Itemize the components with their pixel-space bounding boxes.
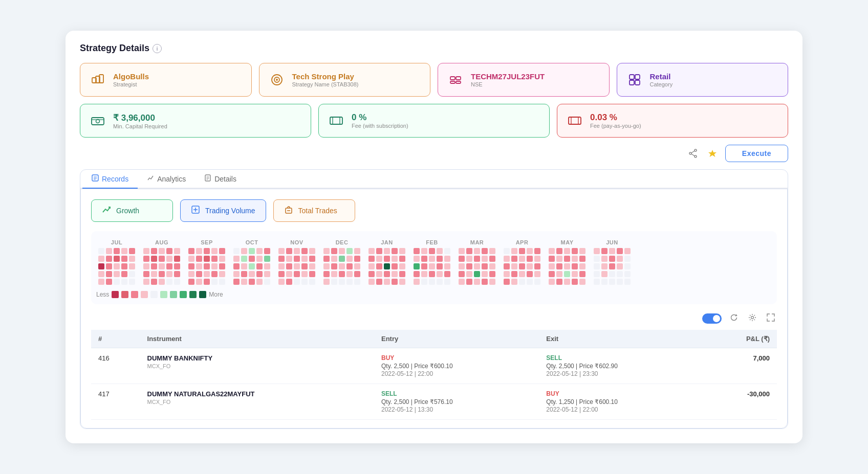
row-instrument-416: DUMMY BANKNIFTY MCX_FO: [140, 348, 374, 384]
filter-total-trades[interactable]: Total Trades: [273, 199, 355, 222]
filter-trading-volume[interactable]: Trading Volume: [180, 199, 266, 222]
filter-growth[interactable]: Growth: [91, 199, 173, 222]
month-feb: FEB: [411, 239, 452, 285]
month-aug: AUG: [141, 239, 182, 285]
svg-rect-17: [330, 117, 342, 124]
details-tab-label: Details: [214, 175, 236, 183]
fee-sub-card: 0 % Fee (with subscription): [318, 104, 550, 138]
share-button[interactable]: [686, 147, 700, 160]
table-row: 416 DUMMY BANKNIFTY MCX_FO BUY Qty. 2,50…: [91, 348, 777, 384]
svg-point-24: [695, 155, 697, 157]
tab-details[interactable]: Details: [195, 170, 246, 189]
col-exit: Exit: [539, 330, 704, 348]
row-pnl-416: 7,000: [704, 348, 777, 384]
row-pnl-417: -30,000: [704, 384, 777, 420]
svg-marker-28: [708, 150, 717, 157]
refresh-button[interactable]: [728, 312, 740, 325]
legend-g2: [170, 291, 177, 298]
tab-analytics[interactable]: Analytics: [138, 170, 195, 189]
svg-rect-6: [450, 77, 455, 80]
page-title: Strategy Details i: [80, 43, 788, 54]
strategist-label: Strategist: [113, 81, 149, 87]
svg-rect-12: [630, 80, 634, 85]
strategist-card: AlgoBulls Strategist: [80, 63, 252, 97]
category-label: Category: [650, 81, 673, 87]
filter-cards-row: Growth Trading Volume: [91, 199, 777, 222]
action-row: Execute: [80, 145, 788, 162]
records-tab-label: Records: [102, 175, 128, 183]
svg-rect-7: [456, 77, 461, 80]
strategy-label: Strategy Name (STAB308): [292, 81, 359, 87]
main-card: Strategy Details i AlgoBulls Strategist: [66, 31, 802, 443]
legend-g3: [180, 291, 187, 298]
instrument-value: TECHM27JUL23FUT: [471, 72, 545, 81]
svg-line-27: [691, 154, 695, 156]
expand-button[interactable]: [765, 312, 777, 325]
fee-cards-row: ₹ 3,96,000 Min. Capital Required 0 % Fee…: [80, 104, 788, 138]
growth-filter-label: Growth: [116, 207, 139, 215]
svg-point-23: [695, 149, 697, 151]
month-oct: OCT: [231, 239, 272, 285]
toggle-switch[interactable]: [702, 313, 722, 324]
fee-pay-card: 0.03 % Fee (pay-as-you-go): [557, 104, 788, 138]
month-sep: SEP: [186, 239, 227, 285]
capital-icon: [89, 111, 107, 130]
strategy-value: Tech Strong Play: [292, 72, 359, 81]
month-dec: DEC: [321, 239, 362, 285]
tab-records[interactable]: Records: [82, 170, 138, 189]
svg-point-42: [751, 317, 754, 319]
capital-card: ₹ 3,96,000 Min. Capital Required: [80, 104, 311, 138]
table-controls: [91, 312, 777, 325]
row-entry-416: BUY Qty. 2,500 | Price ₹600.10 2022-05-1…: [374, 348, 539, 384]
total-trades-filter-label: Total Trades: [298, 207, 337, 215]
col-pnl: P&L (₹): [704, 330, 777, 348]
legend-less-label: Less: [96, 291, 109, 298]
month-mar: MAR: [457, 239, 497, 285]
category-card: Retail Category: [617, 63, 789, 97]
strategist-value: AlgoBulls: [113, 72, 149, 81]
legend-g1: [160, 291, 167, 298]
strategist-icon: [89, 71, 107, 89]
svg-rect-14: [92, 118, 104, 125]
execute-button[interactable]: Execute: [725, 145, 788, 162]
legend-r4: [112, 291, 119, 298]
col-num: #: [91, 330, 140, 348]
info-cards-row: AlgoBulls Strategist Tech Strong Play St…: [80, 63, 788, 97]
fee-sub-value: 0 %: [352, 112, 408, 123]
svg-rect-11: [635, 75, 640, 79]
content-area: Growth Trading Volume: [80, 189, 788, 428]
row-exit-416: SELL Qty. 2,500 | Price ₹602.90 2022-05-…: [539, 348, 704, 384]
legend-r1: [141, 291, 148, 298]
toggle-track[interactable]: [702, 313, 722, 324]
capital-label: Min. Capital Required: [113, 123, 167, 129]
records-tab-icon: [92, 174, 99, 183]
trading-volume-filter-icon: [191, 205, 200, 216]
heatmap-container: JUL AUG: [91, 231, 777, 304]
toggle-thumb: [713, 315, 720, 322]
month-jul: JUL: [96, 239, 137, 285]
fee-pay-icon: [566, 111, 584, 130]
trading-volume-filter-label: Trading Volume: [205, 207, 255, 215]
row-num-416: 416: [91, 348, 140, 384]
settings-button[interactable]: [746, 312, 758, 325]
svg-point-5: [276, 79, 278, 81]
info-icon[interactable]: i: [153, 44, 162, 53]
svg-rect-9: [456, 81, 461, 83]
fee-sub-icon: [327, 111, 345, 130]
legend-g4: [189, 291, 197, 298]
strategy-card: Tech Strong Play Strategy Name (STAB308): [259, 63, 431, 97]
instrument-icon: [446, 71, 465, 89]
svg-rect-10: [630, 75, 634, 79]
category-value: Retail: [650, 72, 673, 81]
analytics-tab-label: Analytics: [157, 175, 186, 183]
table-row: 417 DUMMY NATURALGAS22MAYFUT MCX_FO SELL…: [91, 384, 777, 420]
star-button[interactable]: [706, 147, 719, 160]
tabs-wrapper: Records Analytics: [80, 169, 788, 429]
legend-empty: [150, 291, 158, 298]
fee-pay-label: Fee (pay-as-you-go): [590, 123, 641, 129]
svg-rect-13: [635, 80, 640, 85]
svg-point-25: [689, 152, 691, 154]
month-nov: NOV: [276, 239, 317, 285]
month-apr: APR: [502, 239, 542, 285]
row-exit-417: BUY Qty. 1,250 | Price ₹600.10 2022-05-1…: [539, 384, 704, 420]
